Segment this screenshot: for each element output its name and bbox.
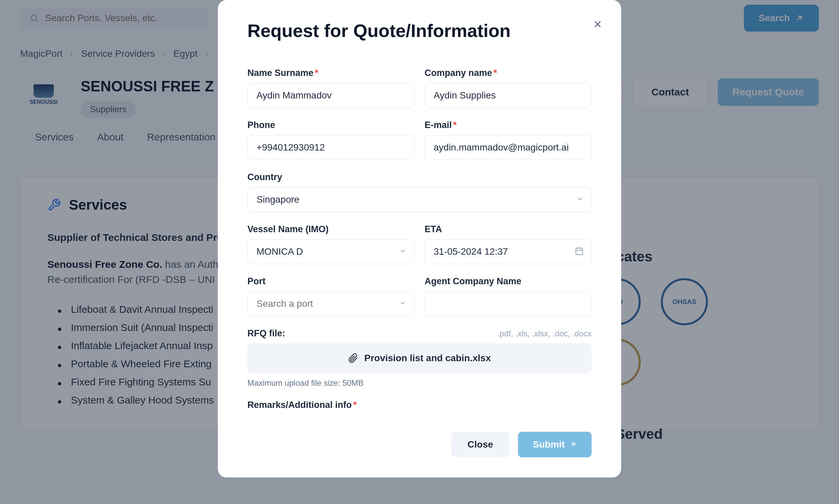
name-input[interactable]: [247, 83, 414, 108]
remarks-label: Remarks/Additional info*: [247, 400, 592, 410]
modal-overlay[interactable]: Request for Quote/Information Name Surna…: [0, 0, 839, 504]
vessel-label: Vessel Name (IMO): [247, 224, 414, 235]
rfq-file-wrap: RFQ file: .pdf, .xls, .xlsx, .doc, .docx…: [247, 328, 592, 388]
submit-label: Submit: [533, 439, 565, 450]
port-field-wrap: Port: [247, 276, 414, 316]
country-select[interactable]: [247, 187, 592, 212]
eta-label: ETA: [425, 224, 592, 235]
email-label: E-mail*: [425, 120, 592, 130]
vessel-select[interactable]: [247, 239, 414, 264]
close-button[interactable]: Close: [451, 432, 509, 457]
phone-label: Phone: [247, 120, 414, 130]
eta-field-wrap: ETA: [425, 224, 592, 264]
file-drop-zone[interactable]: Provision list and cabin.xlsx: [247, 343, 592, 373]
arrow-up-right-icon: [569, 441, 577, 448]
eta-input[interactable]: [425, 239, 592, 264]
country-field-wrap: Country: [247, 172, 592, 212]
file-name: Provision list and cabin.xlsx: [364, 353, 491, 363]
agent-input[interactable]: [425, 291, 592, 316]
rfq-label: RFQ file:: [247, 328, 285, 339]
submit-button[interactable]: Submit: [518, 432, 592, 457]
port-label: Port: [247, 276, 414, 287]
company-label: Company name*: [425, 68, 592, 78]
vessel-field-wrap: Vessel Name (IMO): [247, 224, 414, 264]
phone-field-wrap: Phone: [247, 120, 414, 160]
file-meta: Maximum upload file size: 50MB: [247, 378, 592, 388]
close-icon: [592, 19, 603, 30]
modal-title: Request for Quote/Information: [247, 20, 592, 41]
country-label: Country: [247, 172, 592, 182]
rfq-modal: Request for Quote/Information Name Surna…: [218, 0, 621, 478]
email-field-wrap: E-mail*: [425, 120, 592, 160]
agent-field-wrap: Agent Company Name: [425, 276, 592, 316]
name-field-wrap: Name Surname*: [247, 68, 414, 108]
name-label: Name Surname*: [247, 68, 414, 78]
remarks-field-wrap: Remarks/Additional info*: [247, 400, 592, 415]
company-input[interactable]: [425, 83, 592, 108]
file-hint: .pdf, .xls, .xlsx, .doc, .docx: [498, 329, 592, 338]
port-select[interactable]: [247, 291, 414, 316]
paperclip-icon: [348, 353, 358, 363]
company-field-wrap: Company name*: [425, 68, 592, 108]
phone-input[interactable]: [247, 135, 414, 160]
svg-line-14: [571, 443, 574, 446]
modal-close-button[interactable]: [592, 18, 603, 32]
email-input[interactable]: [425, 135, 592, 160]
agent-label: Agent Company Name: [425, 276, 592, 287]
